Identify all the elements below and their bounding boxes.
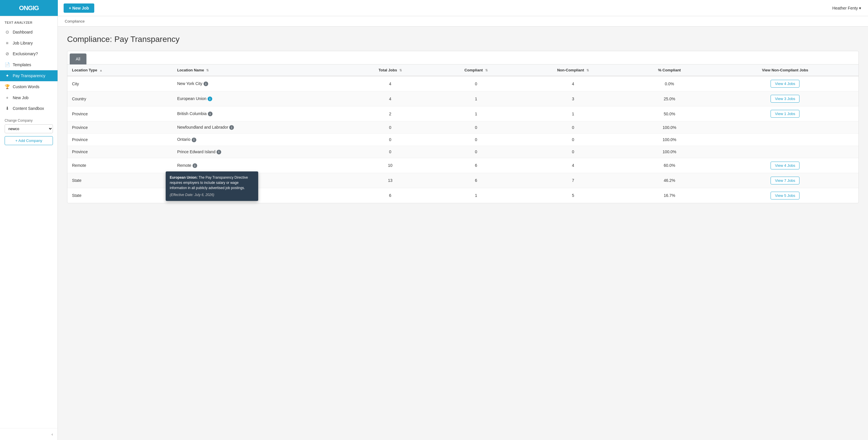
cell-compliant: 0 (433, 121, 519, 133)
sort-icon-total-jobs: ⇅ (399, 68, 402, 72)
view-jobs-button[interactable]: View 4 Jobs (771, 80, 800, 88)
cell-compliant: 6 (433, 158, 519, 173)
cell-view-jobs: View 4 Jobs (712, 158, 859, 173)
tab-all[interactable]: All (70, 54, 87, 64)
view-jobs-button[interactable]: View 5 Jobs (771, 192, 800, 199)
page-title: Compliance: Pay Transparency (67, 35, 859, 44)
info-icon[interactable]: i (192, 137, 196, 142)
tooltip-title: European Union: (170, 176, 198, 180)
collapse-icon: ‹ (52, 432, 53, 437)
change-company-section: Change Company newco + Add Company (0, 114, 58, 150)
cell-location-name: Ontarioi (173, 133, 347, 146)
cell-location-name: British Columbiai (173, 106, 347, 121)
exclusionary-icon: ⊘ (5, 51, 10, 56)
change-company-label: Change Company (5, 119, 53, 123)
info-icon[interactable]: i (192, 163, 197, 168)
custom-words-icon: 🏆 (5, 84, 10, 89)
cell-pct-compliant: 100.0% (627, 121, 712, 133)
cell-pct-compliant: 46.2% (627, 173, 712, 188)
info-icon[interactable]: i (204, 82, 208, 86)
sidebar-item-dashboard[interactable]: ⊙ Dashboard (0, 27, 58, 38)
col-pct-compliant[interactable]: % Compliant (627, 64, 712, 76)
cell-pct-compliant: 16.7% (627, 188, 712, 203)
info-icon[interactable]: i (229, 125, 234, 130)
cell-non-compliant: 0 (519, 133, 627, 146)
table-row: Province Prince Edward Islandi 0 0 0 100… (67, 146, 859, 158)
sidebar-item-templates[interactable]: 📄 Templates (0, 59, 58, 70)
cell-total-jobs: 2 (347, 106, 433, 121)
cell-location-type: Province (67, 146, 173, 158)
cell-location-name: European Unioni (173, 91, 347, 106)
new-job-button[interactable]: + New Job (64, 3, 94, 13)
col-view-jobs: View Non-Compliant Jobs (712, 64, 859, 76)
cell-view-jobs: View 7 Jobs (712, 173, 859, 188)
table-wrapper: Location Type ▲ Location Name ⇅ Total Jo… (67, 64, 859, 203)
cell-view-jobs (712, 121, 859, 133)
cell-location-type: State (67, 173, 173, 188)
cell-location-type: Province (67, 133, 173, 146)
cell-location-name: Remotei (173, 158, 347, 173)
content-area: Compliance: Pay Transparency All Locatio… (58, 27, 868, 211)
sidebar-item-content-sandbox[interactable]: ⬇ Content Sandbox (0, 103, 58, 114)
cell-compliant: 1 (433, 106, 519, 121)
view-jobs-button[interactable]: View 1 Jobs (771, 110, 800, 118)
cell-non-compliant: 0 (519, 146, 627, 158)
cell-view-jobs (712, 146, 859, 158)
view-jobs-button[interactable]: View 4 Jobs (771, 162, 800, 169)
sort-icon-location-type: ▲ (99, 68, 103, 72)
sidebar-collapse-button[interactable]: ‹ (0, 428, 58, 440)
tooltip-effective: (Effective Date: July 6, 2026) (170, 192, 254, 197)
info-icon[interactable]: i (217, 150, 221, 154)
cell-pct-compliant: 0.0% (627, 76, 712, 91)
cell-non-compliant: 1 (519, 106, 627, 121)
col-compliant[interactable]: Compliant ⇅ (433, 64, 519, 76)
sidebar-item-job-library[interactable]: ≡ Job Library (0, 38, 58, 48)
logo-text: ONGIG (19, 4, 39, 12)
sidebar-item-label: Job Library (13, 41, 33, 45)
table-tabs: All (67, 51, 859, 64)
company-select[interactable]: newco (5, 124, 53, 133)
cell-total-jobs: 0 (347, 146, 433, 158)
pay-transparency-icon: ✦ (5, 73, 10, 78)
cell-non-compliant: 7 (519, 173, 627, 188)
info-icon[interactable]: i (208, 112, 213, 116)
cell-view-jobs: View 5 Jobs (712, 188, 859, 203)
cell-view-jobs: View 4 Jobs (712, 76, 859, 91)
cell-total-jobs: 10 (347, 158, 433, 173)
col-location-name[interactable]: Location Name ⇅ (173, 64, 347, 76)
sort-icon-location-name: ⇅ (206, 68, 209, 72)
cell-total-jobs: 13 (347, 173, 433, 188)
breadcrumb: Compliance (58, 16, 868, 27)
sort-icon-compliant: ⇅ (485, 68, 488, 72)
tooltip: European Union: The Pay Transparency Dir… (166, 171, 258, 201)
logo: ONGIG (0, 0, 58, 16)
cell-compliant: 0 (433, 146, 519, 158)
view-jobs-button[interactable]: View 3 Jobs (771, 95, 800, 103)
sidebar-item-exclusionary[interactable]: ⊘ Exclusionary? (0, 48, 58, 59)
user-menu[interactable]: Heather Fenty ▾ (832, 6, 861, 10)
col-total-jobs[interactable]: Total Jobs ⇅ (347, 64, 433, 76)
info-icon[interactable]: i (208, 97, 212, 101)
table-row: Province British Columbiai 2 1 1 50.0% V… (67, 106, 859, 121)
dashboard-icon: ⊙ (5, 30, 10, 35)
col-non-compliant[interactable]: Non-Compliant ⇅ (519, 64, 627, 76)
cell-compliant: 0 (433, 76, 519, 91)
sidebar-item-label: Content Sandbox (13, 106, 44, 111)
add-company-button[interactable]: + Add Company (5, 136, 53, 145)
col-location-type[interactable]: Location Type ▲ (67, 64, 173, 76)
cell-total-jobs: 0 (347, 133, 433, 146)
sidebar-item-custom-words[interactable]: 🏆 Custom Words (0, 81, 58, 92)
cell-location-name: New York Cityi (173, 76, 347, 91)
compliance-table-container: All Location Type ▲ Locatio (67, 51, 859, 203)
cell-non-compliant: 3 (519, 91, 627, 106)
sidebar-item-new-job[interactable]: + New Job (0, 92, 58, 103)
cell-pct-compliant: 25.0% (627, 91, 712, 106)
cell-pct-compliant: 100.0% (627, 133, 712, 146)
cell-location-type: State (67, 188, 173, 203)
sidebar-item-label: Dashboard (13, 30, 33, 34)
table-row: Province Newfoundland and Labradori 0 0 … (67, 121, 859, 133)
sidebar: TEXT ANALYZER ⊙ Dashboard ≡ Job Library … (0, 16, 58, 440)
sidebar-item-pay-transparency[interactable]: ✦ Pay Transparency (0, 70, 58, 81)
view-jobs-button[interactable]: View 7 Jobs (771, 177, 800, 184)
cell-non-compliant: 4 (519, 158, 627, 173)
